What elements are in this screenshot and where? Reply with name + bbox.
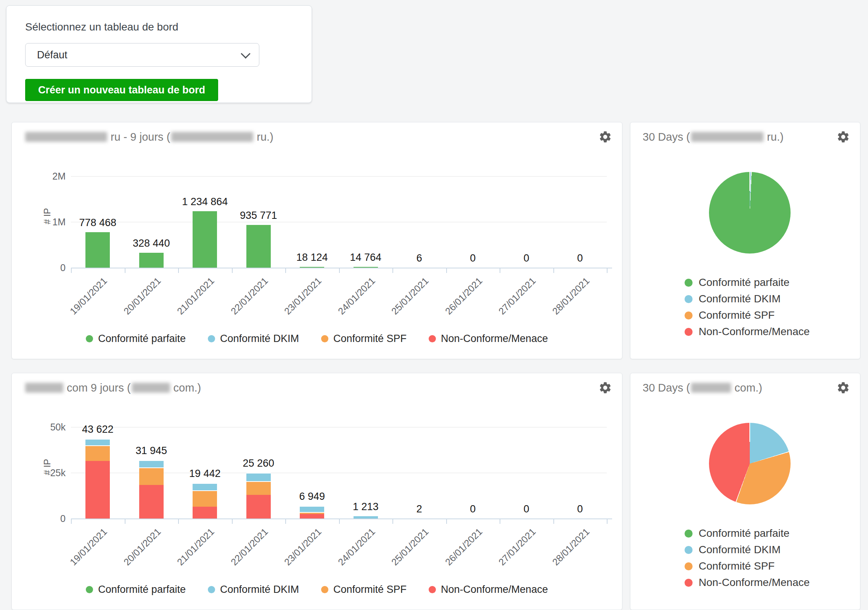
axis-tick: [178, 519, 179, 524]
legend-item-spf[interactable]: Conformité SPF: [321, 584, 407, 596]
card-title: 30 Days (com.): [643, 382, 762, 394]
redacted-text: [691, 383, 731, 393]
bar-segment-dkim[interactable]: [193, 483, 217, 490]
bar-segment-parfaite[interactable]: [85, 232, 110, 268]
chart-legend: Conformité parfaiteConformité DKIMConfor…: [12, 333, 622, 345]
bar-chart: 01M2M778 46819/01/2021328 44020/01/20211…: [12, 122, 622, 359]
axis-tick: [553, 519, 554, 524]
legend-item-spf[interactable]: Conformité SPF: [685, 309, 810, 321]
bar-segment-parfaite[interactable]: [139, 253, 164, 268]
bar-segment-nonconforme[interactable]: [193, 507, 217, 518]
dashboard-select[interactable]: Défaut: [25, 43, 259, 67]
create-dashboard-button[interactable]: Créer un nouveau tableau de bord: [25, 79, 218, 101]
bar-segment-spf[interactable]: [85, 445, 110, 461]
legend-item-nonconforme[interactable]: Non-Conforme/Menace: [685, 576, 810, 589]
legend-item-parfaite[interactable]: Conformité parfaite: [86, 584, 186, 596]
legend-item-nonconforme[interactable]: Non-Conforme/Menace: [429, 333, 548, 345]
axis-tick: [125, 268, 125, 273]
pie-chart[interactable]: [709, 172, 791, 254]
x-tick-label: 22/01/2021: [222, 526, 270, 575]
legend-item-parfaite[interactable]: Conformité parfaite: [685, 276, 810, 289]
legend-label: Conformité parfaite: [98, 333, 186, 345]
axis-tick: [607, 519, 608, 524]
bar-segment-dkim[interactable]: [246, 473, 271, 481]
legend-label: Conformité SPF: [699, 309, 775, 321]
x-tick-label: 24/01/2021: [329, 526, 378, 575]
legend-label: Conformité parfaite: [98, 584, 186, 596]
legend-item-parfaite[interactable]: Conformité parfaite: [685, 527, 810, 539]
legend-item-dkim[interactable]: Conformité DKIM: [685, 544, 810, 556]
axis-tick: [285, 268, 286, 273]
title-text: 30 Days (: [643, 131, 690, 143]
bar-segment-parfaite[interactable]: [300, 267, 324, 268]
bar-segment-spf[interactable]: [300, 512, 324, 514]
bar-segment-nonconforme[interactable]: [85, 461, 110, 518]
legend-item-dkim[interactable]: Conformité DKIM: [208, 584, 299, 596]
x-tick-label: 19/01/2021: [61, 526, 109, 575]
legend-item-parfaite[interactable]: Conformité parfaite: [86, 333, 186, 345]
x-tick-label: 26/01/2021: [436, 526, 485, 575]
legend-label: Conformité parfaite: [699, 527, 789, 539]
axis-tick: [125, 519, 125, 524]
bar-segment-nonconforme[interactable]: [246, 495, 271, 518]
bar-segment-dkim[interactable]: [354, 516, 378, 518]
bar-value-label: 0: [536, 252, 624, 264]
legend-dot: [685, 295, 693, 303]
pie-legend: Conformité parfaiteConformité DKIMConfor…: [685, 276, 810, 338]
axis-tick: [446, 268, 447, 273]
bar-segment-parfaite[interactable]: [354, 267, 378, 268]
x-tick-label: 27/01/2021: [490, 526, 538, 575]
bar-segment-parfaite[interactable]: [246, 225, 271, 268]
bar-segment-dkim[interactable]: [85, 439, 110, 445]
axis-tick: [392, 519, 393, 524]
bar-segment-dkim[interactable]: [300, 506, 324, 512]
gear-icon[interactable]: [836, 130, 850, 144]
axis-tick: [71, 268, 72, 273]
chevron-down-icon: [241, 49, 250, 58]
legend-item-dkim[interactable]: Conformité DKIM: [208, 333, 299, 345]
gear-icon[interactable]: [836, 381, 850, 395]
x-tick-label: 28/01/2021: [543, 275, 592, 324]
axis-tick: [285, 519, 286, 524]
gridline: [71, 427, 607, 427]
legend-dot: [685, 530, 693, 538]
legend-item-dkim[interactable]: Conformité DKIM: [685, 293, 810, 305]
legend-dot: [429, 586, 436, 593]
axis-tick: [232, 519, 233, 524]
legend-dot: [685, 562, 693, 570]
title-text: 30 Days (: [643, 382, 690, 394]
x-tick-label: 27/01/2021: [490, 275, 538, 324]
legend-label: Non-Conforme/Menace: [699, 326, 810, 338]
pie-chart[interactable]: [709, 423, 791, 504]
legend-item-nonconforme[interactable]: Non-Conforme/Menace: [685, 326, 810, 338]
legend-label: Non-Conforme/Menace: [699, 576, 810, 589]
legend-dot: [321, 335, 328, 342]
axis-tick: [339, 268, 340, 273]
bar-segment-spf[interactable]: [193, 490, 217, 507]
bar-segment-nonconforme[interactable]: [139, 485, 164, 518]
pie-legend: Conformité parfaiteConformité DKIMConfor…: [685, 527, 810, 589]
x-tick-label: 23/01/2021: [275, 526, 324, 575]
bar-segment-spf[interactable]: [139, 467, 164, 485]
bar-value-label: 778 468: [54, 217, 141, 229]
bar-segment-dkim[interactable]: [139, 460, 164, 467]
legend-dot: [208, 335, 215, 342]
bar-segment-parfaite[interactable]: [193, 211, 217, 268]
legend-item-nonconforme[interactable]: Non-Conforme/Menace: [429, 584, 548, 596]
axis-tick: [446, 519, 447, 524]
bar-segment-nonconforme[interactable]: [300, 514, 324, 518]
legend-dot: [429, 335, 436, 342]
x-tick-label: 24/01/2021: [329, 275, 378, 324]
legend-label: Conformité parfaite: [699, 276, 789, 289]
legend-dot: [685, 328, 693, 336]
bar-segment-spf[interactable]: [246, 481, 271, 495]
x-axis-line: [71, 268, 612, 268]
legend-label: Conformité SPF: [333, 333, 407, 345]
legend-dot: [86, 586, 93, 593]
legend-item-spf[interactable]: Conformité SPF: [685, 560, 810, 572]
legend-item-spf[interactable]: Conformité SPF: [321, 333, 407, 345]
x-tick-label: 19/01/2021: [61, 275, 109, 324]
legend-dot: [685, 546, 693, 554]
dashboard-selector-card: Sélectionnez un tableau de bord Défaut C…: [6, 5, 312, 103]
x-tick-label: 26/01/2021: [436, 275, 485, 324]
